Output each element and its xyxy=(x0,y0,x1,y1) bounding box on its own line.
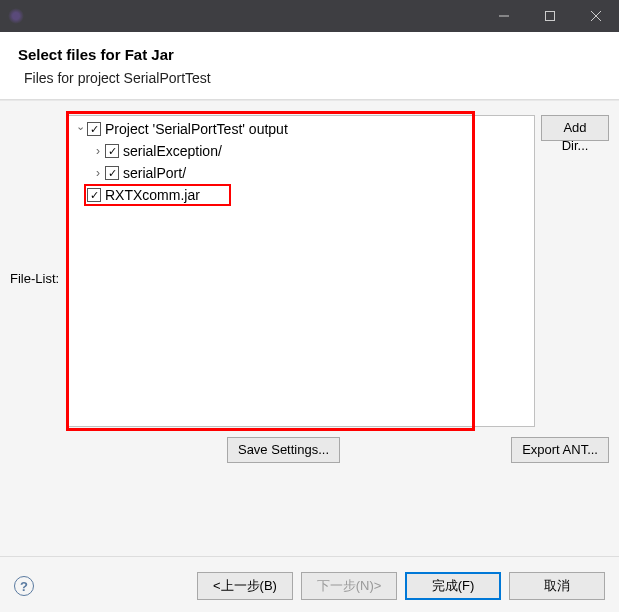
page-subtitle: Files for project SerialPortTest xyxy=(24,69,601,89)
tree-item-label: serialException/ xyxy=(123,140,222,162)
wizard-header: Select files for Fat Jar Files for proje… xyxy=(0,32,619,100)
finish-button[interactable]: 完成(F) xyxy=(405,572,501,600)
checkbox[interactable] xyxy=(105,144,119,158)
wizard-content: File-List: Project 'SerialPortTest' outp… xyxy=(0,100,619,556)
minimize-icon xyxy=(499,11,509,21)
tree-item-label: serialPort/ xyxy=(123,162,186,184)
svg-rect-1 xyxy=(546,12,555,21)
chevron-right-icon[interactable] xyxy=(91,140,105,162)
tree-row[interactable]: RXTXcomm.jar xyxy=(73,184,534,206)
add-dir-button[interactable]: Add Dir... xyxy=(541,115,609,141)
cancel-button[interactable]: 取消 xyxy=(509,572,605,600)
file-tree[interactable]: Project 'SerialPortTest' outputserialExc… xyxy=(68,115,535,427)
close-button[interactable] xyxy=(573,0,619,32)
title-bar xyxy=(0,0,619,32)
close-icon xyxy=(591,11,601,21)
tree-row[interactable]: serialException/ xyxy=(73,140,534,162)
checkbox[interactable] xyxy=(105,166,119,180)
tree-item-label: Project 'SerialPortTest' output xyxy=(105,118,288,140)
minimize-button[interactable] xyxy=(481,0,527,32)
tree-row[interactable]: serialPort/ xyxy=(73,162,534,184)
next-button: 下一步(N)> xyxy=(301,572,397,600)
chevron-right-icon[interactable] xyxy=(91,162,105,184)
checkbox[interactable] xyxy=(87,188,101,202)
tree-row[interactable]: Project 'SerialPortTest' output xyxy=(73,118,534,140)
maximize-button[interactable] xyxy=(527,0,573,32)
app-icon xyxy=(8,8,24,24)
maximize-icon xyxy=(545,11,555,21)
help-button[interactable]: ? xyxy=(14,576,34,596)
back-button[interactable]: <上一步(B) xyxy=(197,572,293,600)
save-settings-button[interactable]: Save Settings... xyxy=(227,437,340,463)
page-title: Select files for Fat Jar xyxy=(18,44,601,65)
chevron-down-icon[interactable] xyxy=(73,118,87,140)
checkbox[interactable] xyxy=(87,122,101,136)
wizard-footer: ? <上一步(B) 下一步(N)> 完成(F) 取消 xyxy=(0,556,619,612)
tree-item-label: RXTXcomm.jar xyxy=(105,184,200,206)
help-icon: ? xyxy=(20,579,28,594)
export-ant-button[interactable]: Export ANT... xyxy=(511,437,609,463)
file-list-label: File-List: xyxy=(10,115,68,286)
